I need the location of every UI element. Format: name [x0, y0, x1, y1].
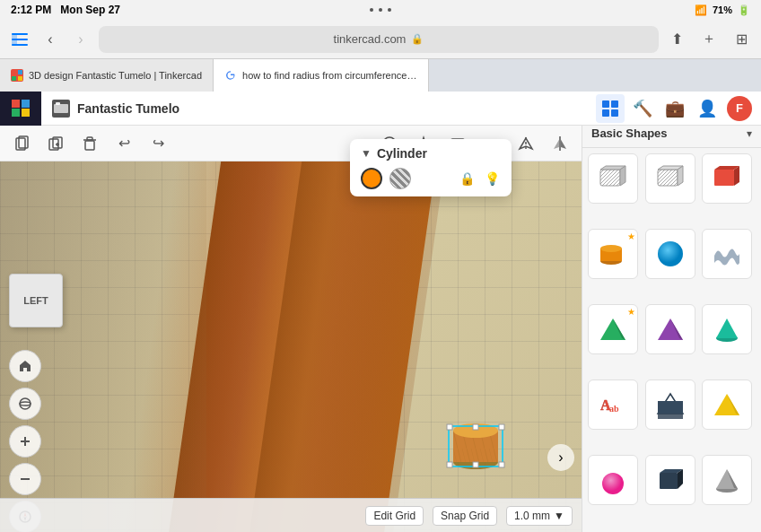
svg-marker-35 [554, 138, 560, 149]
nav-back-btn[interactable]: ‹ [38, 27, 63, 52]
svg-rect-55 [473, 424, 478, 430]
tab-google[interactable]: how to find radius from circumference - … [214, 59, 429, 92]
shape-pyramid-purple[interactable] [645, 304, 695, 354]
shape-cone-grey[interactable] [702, 455, 752, 505]
edit-grid-btn[interactable]: Edit Grid [365, 506, 424, 526]
redo-btn[interactable]: ↪ [144, 129, 172, 158]
color-swatch-orange[interactable] [361, 168, 382, 189]
browser-chrome: ‹ › tinkercad.com 🔒 ⬆ ＋ ⊞ [0, 20, 761, 59]
svg-rect-53 [447, 462, 452, 467]
tinkercad-favicon [11, 69, 23, 82]
svg-rect-54 [499, 462, 504, 467]
zoom-in-btn[interactable] [9, 425, 41, 458]
status-time: 2:12 PM [11, 4, 51, 16]
popup-collapse-arrow[interactable]: ▼ [361, 147, 372, 160]
shape-library-dropdown[interactable]: ▾ [747, 127, 752, 140]
shape-sphere-pink[interactable] [588, 455, 638, 505]
briefcase-btn[interactable]: 💼 [660, 94, 689, 123]
zoom-out-btn[interactable] [9, 463, 41, 495]
flip-tool[interactable] [512, 129, 540, 158]
shape-box-dark-blue[interactable] [645, 455, 695, 505]
light-icon[interactable]: 💡 [483, 170, 501, 188]
svg-rect-23 [87, 137, 92, 140]
svg-point-88 [602, 473, 624, 494]
svg-marker-36 [560, 138, 566, 149]
svg-rect-89 [660, 473, 678, 489]
shape-box-stripes-2[interactable] [645, 153, 695, 204]
profile-btn[interactable]: F [725, 94, 754, 123]
svg-rect-10 [56, 102, 60, 105]
svg-rect-67 [714, 170, 734, 186]
svg-point-73 [658, 241, 683, 266]
shape-cone-teal[interactable] [702, 304, 752, 354]
svg-rect-52 [499, 424, 504, 430]
shape-pyramid-yellow[interactable] [702, 379, 752, 430]
mirror-tool[interactable] [546, 129, 574, 158]
home-nav-btn[interactable] [9, 350, 41, 382]
svg-marker-79 [716, 318, 738, 338]
tab-tinkercad-title: 3D design Fantastic Tumelo | Tinkercad [29, 70, 202, 81]
sidebar-toggle-btn[interactable] [7, 27, 32, 52]
delete-btn[interactable] [75, 129, 104, 158]
duplicate-btn[interactable] [41, 129, 70, 158]
svg-marker-66 [678, 166, 683, 186]
shape-grid: ★ ★ AAab [582, 148, 761, 532]
user-add-btn[interactable]: 👤 [693, 94, 722, 123]
svg-rect-7 [18, 76, 22, 81]
svg-rect-64 [658, 170, 678, 186]
grid-value: 1.0 mm [514, 510, 550, 522]
secure-icon: 🔒 [411, 33, 424, 45]
tabs-overview-btn[interactable]: ⊞ [729, 27, 754, 52]
svg-rect-11 [602, 100, 609, 108]
svg-rect-51 [447, 424, 452, 430]
shape-text-3d[interactable]: AAab [588, 379, 638, 430]
shape-prism-blue[interactable] [645, 379, 695, 430]
tab-tinkercad[interactable]: 3D design Fantastic Tumelo | Tinkercad [0, 59, 214, 92]
color-swatch-stripe[interactable] [389, 168, 411, 189]
svg-rect-3 [12, 44, 28, 46]
hammer-btn[interactable]: 🔨 [628, 94, 657, 123]
share-btn[interactable]: ⬆ [664, 27, 689, 52]
grid-value-dropdown[interactable]: 1.0 mm ▼ [506, 506, 573, 526]
svg-rect-14 [611, 109, 618, 117]
shape-sphere-blue[interactable] [645, 229, 695, 279]
cylinder-popup: ▼ Cylinder 🔒 💡 [350, 139, 512, 196]
svg-rect-60 [600, 170, 620, 186]
battery-level: 71% [713, 4, 732, 15]
battery-icon: 🔋 [738, 4, 750, 16]
svg-point-72 [600, 245, 622, 252]
nav-cube[interactable]: LEFT [9, 274, 63, 327]
svg-rect-85 [658, 401, 683, 414]
shape-cube-red[interactable] [702, 153, 752, 204]
tab-bar: 3D design Fantastic Tumelo | Tinkercad h… [0, 59, 761, 92]
nav-arrow-right[interactable]: › [547, 444, 574, 471]
svg-rect-13 [602, 109, 609, 117]
svg-marker-62 [620, 166, 625, 186]
copy-btn[interactable] [7, 129, 36, 158]
wifi-icon: 📶 [695, 4, 707, 16]
grid-dropdown-arrow: ▼ [554, 510, 564, 522]
shape-box-stripes[interactable] [588, 153, 638, 204]
nav-forward-btn[interactable]: › [68, 27, 93, 52]
shape-pyramid-green[interactable]: ★ [588, 304, 638, 354]
svg-rect-9 [54, 104, 68, 113]
orbit-nav-btn[interactable] [9, 388, 41, 420]
shape-wave-grey[interactable] [702, 229, 752, 279]
new-tab-btn[interactable]: ＋ [696, 27, 722, 52]
project-name: Fantastic Tumelo [77, 101, 179, 116]
bottom-bar: Edit Grid Snap Grid 1.0 mm ▼ [0, 498, 582, 532]
right-panel: Import Export Send To Basic Shapes ▾ ★ [582, 92, 761, 532]
star-badge-cylinder: ★ [627, 231, 635, 241]
star-badge-pyramid-green: ★ [627, 307, 635, 317]
grid-view-btn[interactable] [596, 94, 625, 123]
lock-icon[interactable]: 🔒 [458, 170, 476, 188]
popup-title: Cylinder [377, 146, 427, 161]
svg-rect-1 [12, 33, 28, 35]
shape-cylinder-orange[interactable]: ★ [588, 229, 638, 279]
project-icon [52, 100, 70, 118]
snap-grid-btn[interactable]: Snap Grid [433, 506, 497, 526]
cylinder-3d-object[interactable] [431, 413, 503, 467]
undo-btn[interactable]: ↩ [109, 129, 138, 158]
address-bar[interactable]: tinkercad.com 🔒 [99, 26, 659, 53]
status-day: Mon Sep 27 [60, 4, 120, 16]
